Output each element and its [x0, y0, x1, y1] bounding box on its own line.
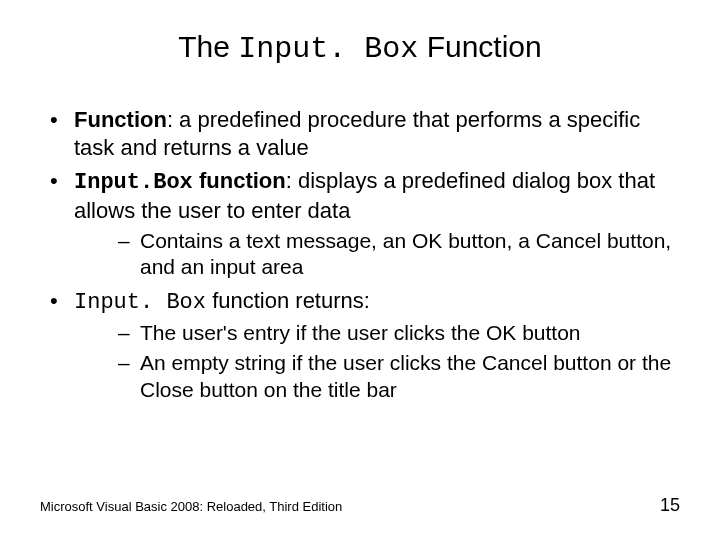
- bullet-1: Function: a predefined procedure that pe…: [40, 106, 680, 161]
- bullet-list: Function: a predefined procedure that pe…: [40, 106, 680, 403]
- slide-body: Function: a predefined procedure that pe…: [40, 106, 680, 403]
- bullet-3: Input. Box function returns: The user's …: [40, 287, 680, 403]
- bullet-2-boldrest: function: [193, 168, 286, 193]
- bullet-2-sublist: Contains a text message, an OK button, a…: [74, 228, 680, 281]
- bullet-2: Input.Box function: displays a predefine…: [40, 167, 680, 281]
- title-post: Function: [418, 30, 541, 63]
- footer-text: Microsoft Visual Basic 2008: Reloaded, T…: [40, 499, 342, 514]
- bullet-2-mono: Input.Box: [74, 170, 193, 195]
- bullet-3-sub-2: An empty string if the user clicks the C…: [74, 350, 680, 403]
- bullet-3-sublist: The user's entry if the user clicks the …: [74, 320, 680, 403]
- slide-title: The Input. Box Function: [40, 30, 680, 66]
- bullet-3-mono: Input. Box: [74, 290, 206, 315]
- footer: Microsoft Visual Basic 2008: Reloaded, T…: [40, 495, 680, 516]
- bullet-2-sub-1: Contains a text message, an OK button, a…: [74, 228, 680, 281]
- slide: The Input. Box Function Function: a pred…: [0, 0, 720, 540]
- page-number: 15: [660, 495, 680, 516]
- title-pre: The: [178, 30, 238, 63]
- bullet-3-rest: function returns:: [206, 288, 370, 313]
- bullet-3-sub-1: The user's entry if the user clicks the …: [74, 320, 680, 346]
- title-mono: Input. Box: [238, 32, 418, 66]
- bullet-1-term: Function: [74, 107, 167, 132]
